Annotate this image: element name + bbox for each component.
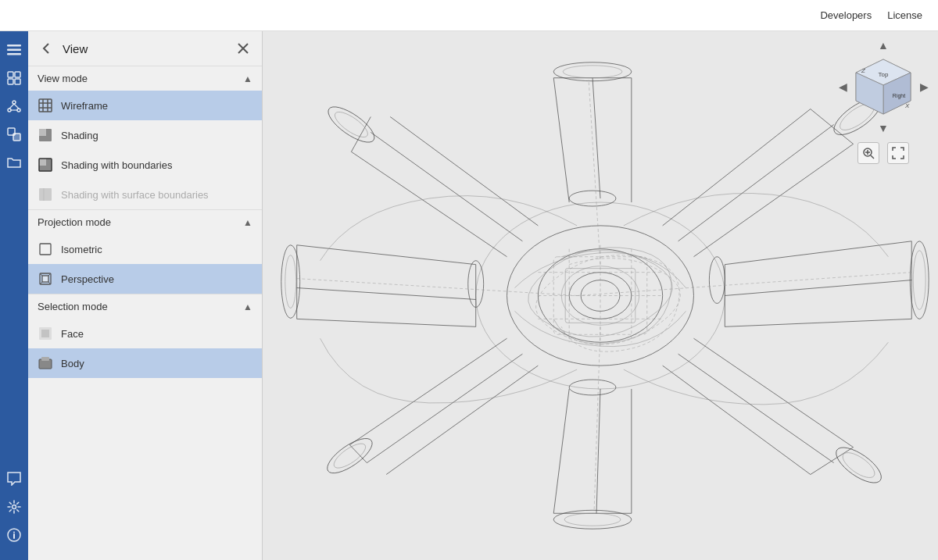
svg-text:X: X [904,102,910,109]
shading-boundaries-item[interactable]: Shading with boundaries [28,150,262,180]
nav-bottom-icons [857,142,909,164]
shading-surface-icon [38,187,53,202]
svg-line-123 [871,155,874,159]
selection-mode-label: Selection mode [38,301,108,312]
svg-line-11 [14,104,19,109]
svg-line-10 [9,104,14,109]
perspective-icon [38,271,53,287]
icon-bar-bottom [2,466,27,554]
nav-arrow-left[interactable]: ◀ [836,80,849,93]
shading-boundaries-label: Shading with boundaries [61,159,172,171]
svg-text:Top: Top [879,71,889,78]
license-link[interactable]: License [887,9,922,21]
face-item[interactable]: Face [28,319,262,348]
shading-surface-label: Shading with surface boundaries [61,189,209,201]
svg-rect-27 [39,129,46,136]
face-icon [38,326,53,341]
svg-rect-5 [8,79,13,84]
menu-icon-btn[interactable] [2,37,27,62]
svg-rect-21 [39,99,52,112]
shading-icon [38,127,53,143]
zoom-fit-button[interactable] [857,142,879,164]
icon-bar [0,31,28,560]
viewport[interactable]: .wf { stroke: #444; fill: none; stroke-w… [263,31,938,560]
nav-arrow-bottom[interactable]: ▼ [878,122,889,134]
selection-mode-section-header[interactable]: Selection mode ▲ [28,294,262,319]
svg-point-9 [17,109,20,112]
shapes-icon-btn[interactable] [2,122,27,147]
panel-header: View [28,31,262,66]
fullscreen-button[interactable] [887,142,909,164]
face-label: Face [61,328,84,340]
svg-rect-0 [7,45,21,47]
info-icon-btn[interactable] [2,523,27,548]
selection-mode-chevron: ▲ [243,301,252,312]
perspective-label: Perspective [61,273,114,285]
side-panel: View View mode ▲ Wireframe Shading [28,31,263,560]
svg-rect-4 [15,72,20,77]
svg-rect-29 [39,159,46,166]
body-icon [38,355,53,371]
settings-icon-btn[interactable] [2,494,27,519]
panel-back-button[interactable] [38,39,56,58]
nav-cube-area: ▲ ◀ Top [836,39,930,164]
view-mode-label: View mode [38,73,88,84]
panel-close-button[interactable] [234,39,252,58]
body-item[interactable]: Body [28,348,262,378]
view-mode-chevron: ▲ [243,73,252,84]
wireframe-label: Wireframe [61,100,108,112]
svg-rect-6 [15,79,20,84]
folder-icon-btn[interactable] [2,150,27,175]
nav-cube[interactable]: Top Right Z X [852,55,915,118]
projection-mode-section-header[interactable]: Projection mode ▲ [28,210,262,234]
svg-rect-14 [13,134,20,141]
shading-label: Shading [61,130,98,141]
chat-icon-btn[interactable] [2,466,27,491]
layers-icon-btn[interactable] [2,66,27,91]
svg-rect-33 [40,244,51,255]
svg-rect-37 [41,330,49,337]
shading-surface-item: Shading with surface boundaries [28,180,262,209]
body-label: Body [61,358,84,369]
developers-link[interactable]: Developers [820,9,872,21]
svg-rect-40 [41,357,49,361]
svg-rect-3 [8,72,13,77]
panel-title: View [63,42,227,55]
svg-rect-31 [39,188,52,201]
network-icon-btn[interactable] [2,94,27,119]
main-layout: View View mode ▲ Wireframe Shading [0,31,938,560]
isometric-label: Isometric [61,244,102,255]
svg-rect-35 [42,276,48,282]
wireframe-item[interactable]: Wireframe [28,91,262,120]
perspective-item[interactable]: Perspective [28,264,262,294]
nav-arrow-right[interactable]: ▶ [918,80,930,93]
projection-mode-chevron: ▲ [243,217,252,228]
svg-rect-1 [7,49,21,52]
svg-text:Right: Right [893,93,905,99]
isometric-icon [38,241,53,257]
shading-boundaries-icon [38,157,53,173]
shading-item[interactable]: Shading [28,120,262,150]
svg-point-18 [13,532,15,533]
view-mode-section-header[interactable]: View mode ▲ [28,66,262,91]
nav-arrow-top[interactable]: ▲ [878,39,889,52]
wireframe-icon [38,98,53,113]
topbar: Developers License [0,0,938,31]
isometric-item[interactable]: Isometric [28,234,262,264]
svg-point-7 [13,101,16,104]
projection-mode-label: Projection mode [38,216,111,228]
svg-point-15 [13,505,16,509]
svg-rect-2 [7,53,21,55]
svg-point-8 [8,109,11,112]
